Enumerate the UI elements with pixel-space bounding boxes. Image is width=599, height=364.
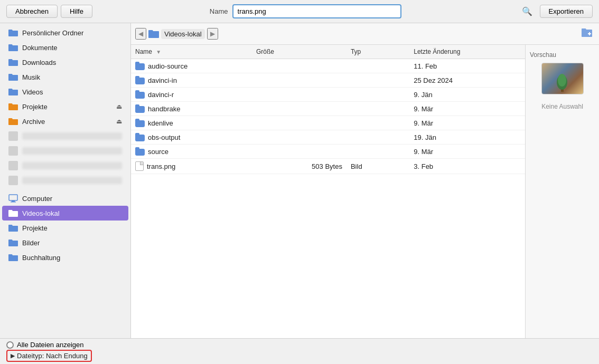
file-type-cell xyxy=(347,145,409,159)
sidebar-item-projekte-top[interactable]: Projekte ⏏ xyxy=(2,99,128,114)
file-size-cell: 503 Bytes xyxy=(252,159,347,174)
cancel-button[interactable]: Abbrechen xyxy=(6,5,58,18)
file-name-label: handbrake xyxy=(148,105,180,113)
file-date-cell: 25 Dez 2024 xyxy=(409,73,525,88)
file-size-cell xyxy=(252,116,347,130)
file-name-cell: source xyxy=(135,147,248,156)
bottom-bar: Alle Dateien anzeigen ▶ Dateityp: Nach E… xyxy=(0,338,599,364)
file-size-cell xyxy=(252,88,347,102)
back-button[interactable]: ◀ xyxy=(135,28,146,40)
location-folder-icon xyxy=(148,28,159,39)
help-button[interactable]: Hilfe xyxy=(61,5,92,18)
table-row[interactable]: trans.png503 BytesBild3. Feb xyxy=(131,159,525,174)
folder-icon xyxy=(8,117,18,126)
toolbar-right xyxy=(579,26,595,41)
sidebar-label: Musik xyxy=(22,73,122,81)
computer-icon xyxy=(8,194,18,203)
sidebar-item-downloads[interactable]: Downloads xyxy=(2,55,128,70)
col-name-header[interactable]: Name ▼ xyxy=(131,45,252,59)
folder-icon xyxy=(135,104,145,113)
show-all-row: Alle Dateien anzeigen xyxy=(6,341,593,349)
file-type-cell xyxy=(347,59,409,73)
file-type-cell xyxy=(347,73,409,88)
show-all-files-control[interactable]: Alle Dateien anzeigen xyxy=(6,341,83,349)
col-size-header[interactable]: Größe xyxy=(252,45,347,59)
sidebar-item-computer[interactable]: Computer xyxy=(2,191,128,206)
sidebar-item-personal-folder[interactable]: Persönlicher Ordner xyxy=(2,25,128,40)
table-row[interactable]: source9. Mär xyxy=(131,145,525,159)
folder-icon xyxy=(135,119,145,127)
folder-icon xyxy=(8,28,18,37)
search-button[interactable]: 🔍 xyxy=(519,5,536,17)
eject-icon[interactable]: ⏏ xyxy=(116,103,122,110)
folder-icon xyxy=(8,208,18,218)
folder-icon xyxy=(135,133,145,141)
file-date-cell: 11. Feb xyxy=(409,59,525,73)
sidebar-item-archive[interactable]: Archive ⏏ xyxy=(2,114,128,129)
folder-icon xyxy=(135,76,145,84)
file-name-cell: davinci-r xyxy=(135,90,248,99)
table-row[interactable]: davinci-in25 Dez 2024 xyxy=(131,73,525,88)
filetype-row-container: ▶ Dateityp: Nach Endung xyxy=(6,350,593,362)
file-size-cell xyxy=(252,130,347,145)
table-row[interactable]: audio-source11. Feb xyxy=(131,59,525,73)
filetype-label: Dateityp: Nach Endung xyxy=(17,352,88,360)
table-row[interactable]: kdenlive9. Mär xyxy=(131,116,525,130)
sidebar-label: Persönlicher Ordner xyxy=(22,29,122,37)
folder-icon xyxy=(8,253,18,262)
folder-icon xyxy=(8,102,18,111)
sidebar-label: Archive xyxy=(22,118,112,126)
file-name-cell: davinci-in xyxy=(135,76,248,84)
breadcrumb-item[interactable]: Videos-lokal xyxy=(161,29,205,39)
eject-icon[interactable]: ⏏ xyxy=(116,118,122,125)
name-label: Name xyxy=(210,7,228,15)
sidebar-item-videos-lokal[interactable]: Videos-lokal xyxy=(2,206,128,221)
file-name-cell: kdenlive xyxy=(135,119,248,127)
filename-input[interactable] xyxy=(232,4,401,18)
svg-point-7 xyxy=(558,74,566,87)
table-row[interactable]: davinci-r9. Jän xyxy=(131,88,525,102)
sidebar-item-bilder[interactable]: Bilder xyxy=(2,235,128,250)
sidebar-item-projekte-bottom[interactable]: Projekte xyxy=(2,221,128,235)
sidebar-label: Projekte xyxy=(22,224,122,232)
file-name-cell: audio-source xyxy=(135,62,248,70)
col-type-header[interactable]: Typ xyxy=(347,45,409,59)
file-size-cell xyxy=(252,59,347,73)
file-date-cell: 9. Mär xyxy=(409,116,525,130)
folder-icon xyxy=(8,58,18,67)
file-size-cell xyxy=(252,102,347,116)
forward-button[interactable]: ▶ xyxy=(207,28,218,40)
file-type-cell xyxy=(347,88,409,102)
table-row[interactable]: handbrake9. Mär xyxy=(131,102,525,116)
location-bar: ◀ Videos-lokal ▶ xyxy=(131,23,599,45)
file-name-cell: trans.png xyxy=(135,161,248,171)
folder-icon xyxy=(8,87,18,97)
col-date-header[interactable]: Letzte Änderung xyxy=(409,45,525,59)
top-bar-left: Abbrechen Hilfe xyxy=(6,5,92,18)
sidebar-label: Downloads xyxy=(22,59,122,66)
top-bar-right: 🔍 Exportieren xyxy=(519,5,593,18)
sidebar: Persönlicher Ordner Dokumente Downloads … xyxy=(0,23,131,338)
sidebar-item-musik[interactable]: Musik xyxy=(2,70,128,84)
file-name-label: audio-source xyxy=(148,62,188,70)
file-area: Name ▼ Größe Typ Letzte Änderung audio-s… xyxy=(131,45,599,338)
file-date-cell: 9. Mär xyxy=(409,145,525,159)
file-name-label: trans.png xyxy=(147,162,175,170)
show-all-radio[interactable] xyxy=(6,341,14,349)
new-folder-button[interactable] xyxy=(579,26,595,41)
folder-icon xyxy=(135,90,145,99)
sidebar-item-buchhaltung[interactable]: Buchhaltung xyxy=(2,250,128,265)
table-row[interactable]: obs-output19. Jän xyxy=(131,130,525,145)
sidebar-item-videos[interactable]: Videos xyxy=(2,84,128,99)
sidebar-label: Computer xyxy=(22,195,122,203)
preview-no-selection-label: Keine Auswahl xyxy=(541,103,583,110)
filetype-selector[interactable]: ▶ Dateityp: Nach Endung xyxy=(6,350,92,362)
filetype-arrow: ▶ xyxy=(11,352,15,359)
sidebar-item-documents[interactable]: Dokumente xyxy=(2,40,128,55)
sort-arrow: ▼ xyxy=(156,49,161,55)
file-name-cell: handbrake xyxy=(135,104,248,113)
sidebar-blurred-1 xyxy=(2,129,128,143)
file-name-label: obs-output xyxy=(148,133,180,141)
export-button[interactable]: Exportieren xyxy=(540,5,593,18)
sidebar-label: Dokumente xyxy=(22,44,122,52)
